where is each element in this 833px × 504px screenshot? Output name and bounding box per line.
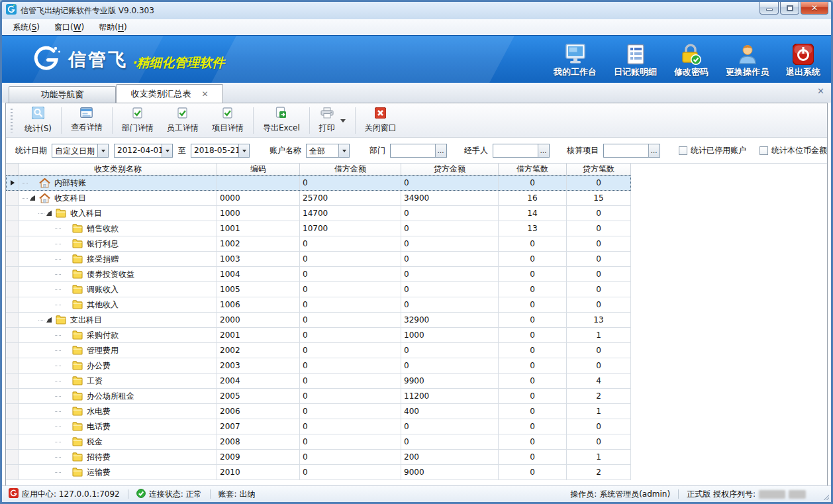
table-row[interactable]: 水电费2006040001: [6, 404, 631, 419]
toolbar-button-dept-detail[interactable]: 部门详情: [115, 105, 160, 136]
debit-count-cell: 0: [499, 389, 567, 404]
toolbar-button-project-detail[interactable]: 项目详情: [205, 105, 250, 136]
table-row[interactable]: 办公费20030000: [6, 358, 631, 374]
table-body: 内部转账0000收支科目000025700349001615收入科目100014…: [6, 176, 827, 480]
tree-guide-line: [55, 335, 61, 336]
expand-toggle-icon[interactable]: [30, 195, 35, 201]
table-row[interactable]: 其他收入10060000: [6, 297, 631, 313]
ellipsis-lookup-icon[interactable]: …: [648, 144, 660, 157]
toolbar-button-label: 统计(S): [24, 123, 52, 134]
date-to-select[interactable]: 2018-05-21: [191, 144, 250, 158]
debit-count-cell: 0: [499, 434, 567, 450]
table-row[interactable]: 工资20040990004: [6, 374, 631, 389]
credit-amount-cell: 0: [401, 252, 499, 267]
toolbar-button-close-window[interactable]: 关闭窗口: [358, 105, 403, 136]
account-label: 账户名称: [270, 145, 301, 156]
divider: [678, 489, 679, 499]
table-row[interactable]: 税金20080000: [6, 434, 631, 450]
table-row[interactable]: 收支科目000025700349001615: [6, 191, 631, 206]
restore-button[interactable]: [780, 2, 799, 15]
resize-grip[interactable]: [822, 493, 829, 500]
table-row[interactable]: 内部转账0000: [6, 176, 631, 191]
table-row[interactable]: 销售收款1001107000130: [6, 221, 631, 236]
expand-toggle-icon[interactable]: [46, 317, 52, 323]
credit-count-cell: 0: [567, 267, 631, 282]
tab-0[interactable]: 功能导航窗: [9, 86, 116, 103]
debit-count-cell: 0: [499, 465, 567, 480]
banner-action-journal[interactable]: 日记账明细: [614, 41, 657, 78]
tree-guide-line: [55, 350, 61, 351]
table-row[interactable]: 采购付款20010100001: [6, 328, 631, 343]
date-from-select[interactable]: 2012-04-01: [114, 144, 173, 158]
banner-action-workbench[interactable]: 我的工作台: [554, 41, 597, 78]
banner-action-password[interactable]: 修改密码: [674, 41, 709, 78]
tab-1[interactable]: 收支类别汇总表✕: [116, 84, 223, 103]
credit-amount-cell: 0: [401, 282, 499, 297]
table-row[interactable]: 债券投资收益10040000: [6, 267, 631, 282]
credit-count-cell: 0: [567, 236, 631, 252]
folder-icon: [72, 270, 83, 279]
column-header-5[interactable]: 贷方笔数: [567, 164, 631, 176]
ellipsis-lookup-icon[interactable]: …: [538, 144, 549, 157]
table-row[interactable]: 运输费20100900002: [6, 465, 631, 480]
handler-field[interactable]: [493, 144, 538, 157]
table-row[interactable]: 办公场所租金200501120002: [6, 389, 631, 404]
table-row[interactable]: 招待费2009020001: [6, 450, 631, 465]
credit-count-cell: 0: [567, 358, 631, 374]
category-name: 招待费: [87, 452, 111, 463]
credit-amount-cell: 0: [401, 297, 499, 313]
column-header-1[interactable]: 编码: [217, 164, 300, 176]
tab-close-icon[interactable]: ✕: [201, 90, 208, 98]
toolbar-button-stats[interactable]: 统计(S): [18, 105, 58, 136]
department-field[interactable]: [391, 144, 435, 157]
chevron-down-icon[interactable]: [340, 119, 346, 125]
table-row[interactable]: 收入科目1000147000140: [6, 206, 631, 221]
column-header-0[interactable]: 收支类别名称: [19, 164, 217, 176]
toolbar-button-label: 关闭窗口: [365, 123, 397, 134]
table-row[interactable]: 银行利息10020000: [6, 236, 631, 252]
banner-action-exit[interactable]: 退出系统: [786, 41, 820, 78]
minimize-button[interactable]: [760, 2, 779, 15]
debit-count-cell: 0: [499, 282, 567, 297]
banner-action-label: 修改密码: [674, 66, 709, 78]
credit-count-cell: 15: [567, 191, 631, 206]
toolbar-button-view-detail[interactable]: 查看详情: [64, 105, 109, 135]
close-button[interactable]: ✕: [801, 2, 828, 15]
menu-item-h[interactable]: 帮助(H): [93, 20, 132, 35]
debit-amount-cell: 0: [300, 450, 401, 465]
code-cell: [217, 176, 300, 191]
checkbox-include-disabled-accounts[interactable]: 统计已停用账户: [679, 145, 746, 156]
chevron-down-icon: [338, 144, 349, 157]
row-selector-cell: [6, 252, 19, 267]
handler-label: 经手人: [464, 145, 488, 156]
date-mode-select[interactable]: 自定义日期: [52, 144, 109, 158]
menu-item-s[interactable]: 系统(S): [7, 20, 45, 35]
table-row[interactable]: 管理费用20020000: [6, 343, 631, 358]
row-selector-cell: [6, 221, 19, 236]
table-row[interactable]: 支出科目2000032900013: [6, 313, 631, 328]
checkbox-base-currency-amount[interactable]: 统计本位币金额: [760, 145, 827, 156]
toolbar-button-print[interactable]: 打印: [313, 105, 352, 136]
toolbar-button-export-excel[interactable]: 导出Excel: [256, 105, 307, 136]
tabstrip-close-icon[interactable]: ✕: [817, 87, 824, 95]
column-header-2[interactable]: 借方金额: [300, 164, 401, 176]
category-name-cell: 支出科目: [19, 313, 217, 328]
table-row[interactable]: 电话费20070000: [6, 419, 631, 434]
toolbar-button-staff-detail[interactable]: 员工详情: [160, 105, 205, 136]
toolbar-button-label: 部门详情: [122, 123, 154, 134]
code-cell: 2002: [217, 343, 300, 358]
column-header-4[interactable]: 借方笔数: [499, 164, 567, 176]
column-header-3[interactable]: 贷方金额: [401, 164, 499, 176]
category-name-cell: 接受捐赠: [19, 252, 217, 267]
ellipsis-lookup-icon[interactable]: …: [435, 144, 446, 157]
debit-amount-cell: 0: [300, 252, 401, 267]
expand-toggle-icon[interactable]: [46, 211, 52, 216]
toolbar-grip[interactable]: [11, 109, 13, 132]
banner-action-operator[interactable]: 更换操作员: [726, 41, 769, 78]
table-row[interactable]: 接受捐赠10030000: [6, 252, 631, 267]
table-row[interactable]: 调账收入10050000: [6, 282, 631, 297]
category-name-cell: 工资: [19, 374, 217, 389]
project-field[interactable]: [604, 144, 648, 157]
menu-item-w[interactable]: 窗口(W): [49, 20, 89, 35]
account-select[interactable]: 全部: [306, 144, 350, 158]
